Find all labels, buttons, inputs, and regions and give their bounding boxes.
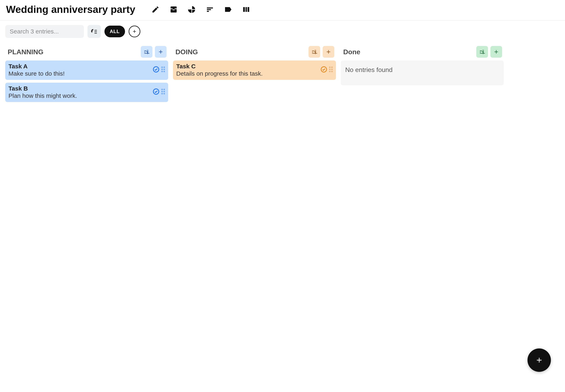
check-circle-icon[interactable] xyxy=(320,66,328,74)
filter-all-pill[interactable]: ALL xyxy=(104,26,125,37)
filter-add-button[interactable]: + xyxy=(129,26,140,37)
svg-point-16 xyxy=(331,67,333,68)
svg-point-18 xyxy=(331,69,333,70)
chart-icon[interactable] xyxy=(188,5,196,14)
column-title: DOING xyxy=(175,48,198,56)
svg-point-19 xyxy=(329,71,331,72)
header-icons xyxy=(152,5,250,14)
board: PLANNING Task A Make sure to do this! xyxy=(0,42,565,107)
svg-point-13 xyxy=(164,93,165,94)
card-desc: Make sure to do this! xyxy=(8,70,150,77)
svg-point-10 xyxy=(161,91,163,92)
column-header: PLANNING xyxy=(5,44,168,60)
svg-point-20 xyxy=(331,71,333,72)
tag-icon[interactable] xyxy=(224,5,232,14)
svg-point-12 xyxy=(161,93,163,94)
page-title: Wedding anniversary party xyxy=(6,4,135,15)
columns-icon[interactable] xyxy=(242,5,250,14)
column-add-button[interactable] xyxy=(155,46,166,58)
drag-handle-icon[interactable] xyxy=(161,67,165,73)
column-actions xyxy=(476,46,502,58)
check-circle-icon[interactable] xyxy=(152,66,160,74)
svg-point-6 xyxy=(164,71,165,72)
column-title: PLANNING xyxy=(8,48,43,56)
svg-point-2 xyxy=(164,67,165,68)
header: Wedding anniversary party xyxy=(0,0,565,21)
card-title: Task A xyxy=(8,63,150,70)
column-done: Done No entries found xyxy=(341,44,504,105)
fab-add-button[interactable] xyxy=(527,349,551,372)
column-add-button[interactable] xyxy=(323,46,334,58)
column-add-button[interactable] xyxy=(490,46,502,58)
svg-point-15 xyxy=(329,67,331,68)
svg-point-3 xyxy=(161,69,163,70)
svg-point-5 xyxy=(161,71,163,72)
column-settings-button[interactable] xyxy=(308,46,320,58)
check-circle-icon[interactable] xyxy=(152,88,160,96)
card-title: Task B xyxy=(8,85,150,92)
column-planning: PLANNING Task A Make sure to do this! xyxy=(5,44,168,105)
card-title: Task C xyxy=(176,63,318,70)
svg-point-1 xyxy=(161,67,163,68)
column-settings-button[interactable] xyxy=(141,46,152,58)
svg-point-9 xyxy=(164,89,165,90)
sort-icon[interactable] xyxy=(206,5,214,14)
empty-state: No entries found xyxy=(341,60,504,85)
toolbar: ALL + xyxy=(0,21,565,42)
column-header: DOING xyxy=(173,44,336,60)
column-actions xyxy=(308,46,334,58)
card[interactable]: Task A Make sure to do this! xyxy=(5,60,168,80)
priority-toggle[interactable] xyxy=(87,25,101,38)
card-desc: Plan how this might work. xyxy=(8,92,150,99)
inbox-icon[interactable] xyxy=(170,5,178,14)
card-desc: Details on progress for this task. xyxy=(176,70,318,77)
svg-point-11 xyxy=(164,91,165,92)
svg-point-4 xyxy=(164,69,165,70)
search-input[interactable] xyxy=(5,25,84,38)
svg-point-17 xyxy=(329,69,331,70)
column-settings-button[interactable] xyxy=(476,46,488,58)
drag-handle-icon[interactable] xyxy=(161,89,165,95)
column-title: Done xyxy=(343,48,360,56)
column-header: Done xyxy=(341,44,504,60)
drag-handle-icon[interactable] xyxy=(329,67,333,73)
svg-point-8 xyxy=(161,89,163,90)
card[interactable]: Task C Details on progress for this task… xyxy=(173,60,336,80)
column-actions xyxy=(141,46,166,58)
card[interactable]: Task B Plan how this might work. xyxy=(5,83,168,102)
edit-icon[interactable] xyxy=(152,5,160,14)
column-doing: DOING Task C Details on progress for thi… xyxy=(173,44,336,105)
